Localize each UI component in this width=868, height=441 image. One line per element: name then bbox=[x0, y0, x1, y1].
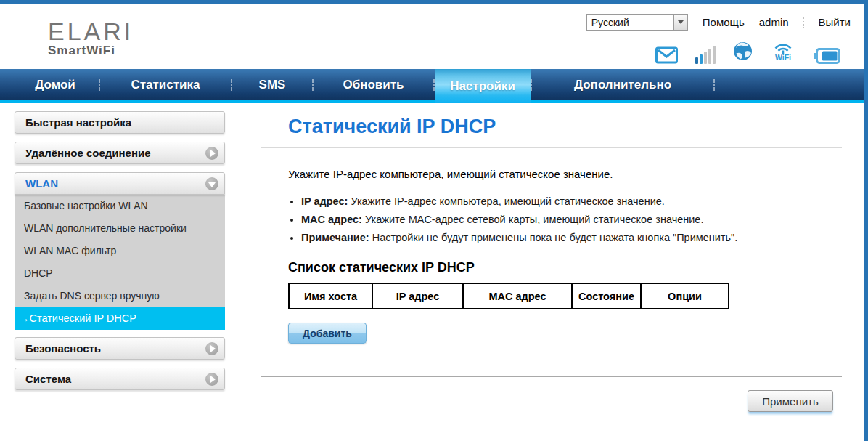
sidebar-item-label: WLAN bbox=[25, 177, 58, 190]
col-mac-address: MAC адрес bbox=[463, 283, 572, 309]
nav-item-settings-active[interactable]: Настройки bbox=[435, 69, 531, 103]
language-select-value: Русский bbox=[587, 17, 629, 28]
current-item-arrow: → bbox=[19, 312, 30, 324]
apply-row: Применить bbox=[261, 390, 842, 412]
nav-separator bbox=[713, 79, 715, 91]
sidebar-item-label: Удалённое соединение bbox=[25, 147, 151, 159]
submenu-item-static-ip-dhcp-selected[interactable]: →Статический IP DHCP bbox=[15, 307, 225, 330]
header: ELARI SmartWiFi Русский Помощь admin Вый… bbox=[0, 4, 864, 69]
apply-button[interactable]: Применить bbox=[748, 390, 833, 412]
bullet-ip-address: IP адрес: Укажите IP-адрес компьютера, и… bbox=[301, 195, 842, 207]
main-nav: Домой Статистика SMS Обновить Настройки … bbox=[0, 69, 864, 103]
chevron-right-icon bbox=[205, 342, 218, 355]
main-panel: Статический IP DHCP Укажите IP-адрес ком… bbox=[261, 103, 842, 412]
sidebar-item-label: Быстрая настройка bbox=[25, 116, 131, 129]
col-status: Состояние bbox=[572, 283, 641, 309]
help-bullets: IP адрес: Укажите IP-адрес компьютера, и… bbox=[301, 195, 842, 243]
submenu-item-wlan-advanced[interactable]: WLAN дополнительные настройки bbox=[15, 217, 225, 240]
chevron-right-icon bbox=[205, 147, 218, 160]
bullet-mac-address: MAC адрес: Укажите MAC-адрес сетевой кар… bbox=[301, 214, 842, 225]
sidebar-item-quick-setup[interactable]: Быстрая настройка bbox=[15, 111, 225, 134]
divider bbox=[803, 17, 804, 28]
logout-link[interactable]: Выйти bbox=[819, 16, 851, 28]
globe-icon bbox=[733, 41, 753, 64]
battery-icon bbox=[814, 48, 840, 64]
sidebar-item-system[interactable]: Система bbox=[15, 368, 225, 390]
sidebar-item-remote-connection[interactable]: Удалённое соединение bbox=[15, 142, 225, 164]
col-ip-address: IP адрес bbox=[372, 283, 463, 309]
sidebar-item-label: Безопасность bbox=[25, 342, 101, 355]
bullet-term: IP адрес: bbox=[301, 195, 348, 207]
help-link[interactable]: Помощь bbox=[703, 16, 745, 28]
sidebar-item-security[interactable]: Безопасность bbox=[15, 337, 225, 360]
bullet-text: Укажите MAC-адрес сетевой карты, имеющий… bbox=[365, 214, 703, 225]
submenu-item-wlan-mac-filter[interactable]: WLAN MAC фильтр bbox=[15, 240, 225, 262]
language-select[interactable]: Русский bbox=[586, 14, 688, 31]
submenu-item-dhcp[interactable]: DHCP bbox=[15, 262, 225, 285]
submenu-item-wlan-basic[interactable]: Базовые настройки WLAN bbox=[15, 195, 225, 217]
static-ip-list-heading: Список статических IP DHCP bbox=[288, 260, 842, 275]
nav-item-sms[interactable]: SMS bbox=[232, 69, 312, 100]
nav-item-home[interactable]: Домой bbox=[12, 69, 99, 100]
bullet-note: Примечание: Настройки не будут применены… bbox=[301, 232, 842, 243]
wlan-submenu: Базовые настройки WLAN WLAN дополнительн… bbox=[15, 195, 225, 330]
bullet-term: MAC адрес: bbox=[301, 214, 362, 225]
chevron-down-icon bbox=[205, 177, 218, 190]
col-options: Опции bbox=[641, 283, 729, 309]
table-header-row: Имя хоста IP адрес MAC адрес Состояние О… bbox=[289, 283, 729, 309]
user-link-admin[interactable]: admin bbox=[759, 16, 789, 28]
nav-item-update[interactable]: Обновить bbox=[314, 69, 433, 100]
chevron-down-icon bbox=[673, 15, 687, 30]
brand-logo: ELARI SmartWiFi bbox=[48, 19, 134, 58]
chevron-right-icon bbox=[205, 373, 218, 386]
signal-strength-icon bbox=[695, 45, 716, 64]
bullet-text: Настройки не будут применены пока не буд… bbox=[372, 232, 738, 243]
submenu-item-label: Статический IP DHCP bbox=[30, 312, 136, 324]
add-button[interactable]: Добавить bbox=[288, 323, 367, 344]
intro-text: Укажите IP-адрес компьютера, имеющий ста… bbox=[288, 168, 842, 180]
sidebar-divider bbox=[245, 103, 245, 441]
bullet-text: Укажите IP-адрес компьютера, имеющий ста… bbox=[351, 195, 664, 207]
header-controls: Русский Помощь admin Выйти bbox=[586, 14, 851, 31]
nav-item-advanced[interactable]: Дополнительно bbox=[532, 69, 713, 100]
content-area: Быстрая настройка Удалённое соединение W… bbox=[0, 103, 864, 441]
bullet-term: Примечание: bbox=[301, 232, 369, 243]
brand-name: ELARI bbox=[48, 19, 134, 44]
divider bbox=[261, 147, 842, 148]
page-title: Статический IP DHCP bbox=[288, 116, 842, 138]
col-hostname: Имя хоста bbox=[289, 283, 372, 309]
submenu-item-dns-manual[interactable]: Задать DNS сервер вручную bbox=[15, 285, 225, 307]
sidebar-item-wlan[interactable]: WLAN bbox=[15, 172, 225, 195]
sidebar: Быстрая настройка Удалённое соединение W… bbox=[15, 111, 225, 398]
wifi-icon: WiFi bbox=[770, 41, 796, 64]
static-ip-dhcp-table: Имя хоста IP адрес MAC адрес Состояние О… bbox=[288, 283, 729, 309]
wifi-icon-label: WiFi bbox=[775, 53, 791, 62]
brand-subtitle: SmartWiFi bbox=[48, 44, 134, 58]
divider bbox=[261, 376, 842, 377]
sidebar-item-label: Система bbox=[25, 373, 71, 385]
mail-icon bbox=[655, 46, 678, 64]
nav-item-statistics[interactable]: Статистика bbox=[100, 69, 231, 100]
status-icon-row: WiFi bbox=[655, 41, 840, 64]
